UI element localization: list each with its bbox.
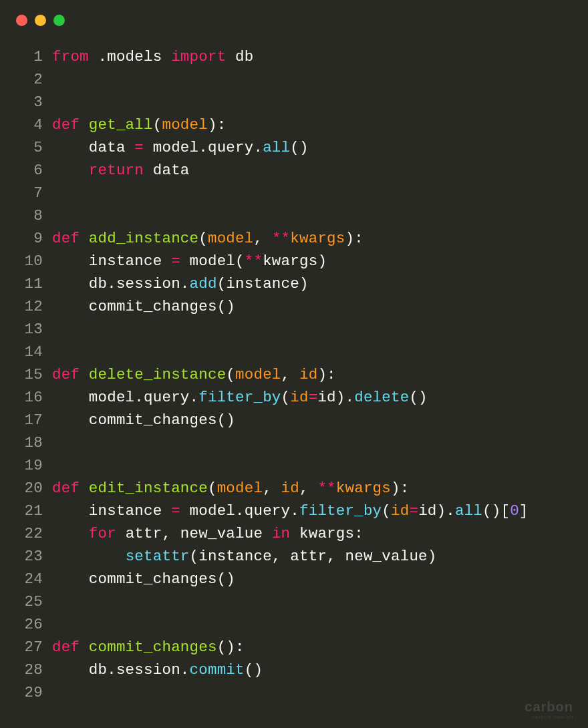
- token-name: .: [190, 389, 199, 406]
- token-name: models: [107, 48, 171, 65]
- code-line: 11 db.session.add(instance): [13, 272, 575, 295]
- token-name: model: [180, 502, 235, 520]
- token-num: 0: [510, 502, 519, 520]
- token-name: .: [180, 661, 190, 679]
- line-content: data = model.query.all(): [52, 136, 309, 159]
- code-line: 5 data = model.query.all(): [13, 136, 575, 159]
- token-name: (: [153, 116, 162, 134]
- line-content: def delete_instance(model, id):: [52, 363, 336, 386]
- token-name: .: [98, 48, 108, 65]
- token-name: kwargs:: [299, 525, 363, 542]
- code-line: 13: [13, 318, 575, 341]
- token-op: =: [171, 252, 180, 270]
- token-kw: def: [52, 480, 89, 497]
- token-kw: from: [52, 48, 98, 65]
- code-line: 16 model.query.filter_by(id=id).delete(): [13, 386, 575, 409]
- token-name: db: [52, 661, 107, 679]
- code-line: 24 commit_changes(): [13, 568, 575, 590]
- token-name: (: [208, 480, 217, 497]
- token-name: ):: [345, 230, 363, 247]
- token-call: add: [190, 275, 217, 293]
- line-number: 7: [13, 182, 52, 204]
- line-number: 18: [13, 431, 52, 454]
- line-content: setattr(instance, attr, new_value): [52, 545, 437, 568]
- line-content: from .models import db: [52, 45, 253, 68]
- token-name: [52, 525, 89, 542]
- token-name: ,: [281, 366, 299, 383]
- token-name: id: [418, 502, 436, 520]
- token-kw: def: [52, 639, 89, 656]
- line-content: instance = model.query.filter_by(id=id).…: [52, 500, 529, 522]
- token-op: =: [134, 139, 144, 156]
- line-number: 22: [13, 522, 52, 545]
- token-name: ,: [263, 480, 281, 497]
- token-name: .: [290, 502, 299, 520]
- token-def: get_all: [89, 116, 153, 134]
- line-number: 4: [13, 114, 52, 136]
- line-number: 17: [13, 409, 52, 431]
- line-content: db.session.commit(): [52, 659, 263, 681]
- line-number: 14: [13, 341, 52, 363]
- token-name: commit_changes(): [52, 411, 235, 429]
- line-content: def commit_changes():: [52, 636, 245, 659]
- token-name: data: [153, 162, 190, 179]
- token-kw: in: [272, 525, 299, 542]
- line-content: def add_instance(model, **kwargs):: [52, 227, 363, 250]
- token-name: .: [235, 502, 245, 520]
- code-line: 19: [13, 454, 575, 477]
- token-name: commit_changes(): [52, 570, 235, 588]
- token-name: ]: [519, 502, 529, 520]
- code-line: 10 instance = model(**kwargs): [13, 250, 575, 272]
- token-name: data: [52, 139, 134, 156]
- token-name: ):: [391, 480, 409, 497]
- code-line: 29: [13, 681, 575, 704]
- token-name: ):: [317, 366, 335, 383]
- code-line: 23 setattr(instance, attr, new_value): [13, 545, 575, 568]
- code-line: 21 instance = model.query.filter_by(id=i…: [13, 500, 575, 522]
- token-param: model: [208, 230, 254, 247]
- token-op: =: [409, 502, 418, 520]
- code-area[interactable]: 1from .models import db234def get_all(mo…: [13, 45, 575, 704]
- token-kw: def: [52, 366, 89, 383]
- line-number: 29: [13, 681, 52, 704]
- code-line: 4def get_all(model):: [13, 114, 575, 136]
- token-name: .: [134, 389, 144, 406]
- code-line: 27def commit_changes():: [13, 636, 575, 659]
- token-name: commit_changes(): [52, 298, 235, 315]
- zoom-icon[interactable]: [53, 15, 65, 26]
- minimize-icon[interactable]: [35, 15, 46, 26]
- code-window: 1from .models import db234def get_all(mo…: [0, 0, 588, 728]
- token-name: (: [382, 502, 391, 520]
- code-line: 20def edit_instance(model, id, **kwargs)…: [13, 477, 575, 500]
- token-name: attr, new_value: [126, 525, 272, 542]
- line-content: instance = model(**kwargs): [52, 250, 327, 272]
- line-number: 1: [13, 45, 52, 68]
- token-name: .: [180, 275, 190, 293]
- token-name: (instance): [217, 275, 309, 293]
- line-number: 13: [13, 318, 52, 341]
- token-call: all: [263, 139, 290, 156]
- token-name: (: [198, 230, 208, 247]
- token-param: kwargs: [336, 480, 391, 497]
- token-name: .: [198, 139, 208, 156]
- line-content: def edit_instance(model, id, **kwargs):: [52, 477, 409, 500]
- line-content: commit_changes(): [52, 409, 235, 431]
- token-param: kwargs: [290, 230, 345, 247]
- token-param: model: [217, 480, 263, 497]
- line-number: 27: [13, 636, 52, 659]
- token-name: session: [116, 661, 180, 679]
- token-name: instance: [52, 502, 171, 520]
- line-number: 10: [13, 250, 52, 272]
- line-number: 9: [13, 227, 52, 250]
- close-icon[interactable]: [16, 15, 27, 26]
- code-line: 28 db.session.commit(): [13, 659, 575, 681]
- token-kw: def: [52, 116, 89, 134]
- line-number: 15: [13, 363, 52, 386]
- line-number: 26: [13, 613, 52, 636]
- line-number: 12: [13, 295, 52, 318]
- line-number: 20: [13, 477, 52, 500]
- token-name: ,: [299, 480, 317, 497]
- token-name: [52, 548, 126, 565]
- line-number: 16: [13, 386, 52, 409]
- token-op: =: [171, 502, 180, 520]
